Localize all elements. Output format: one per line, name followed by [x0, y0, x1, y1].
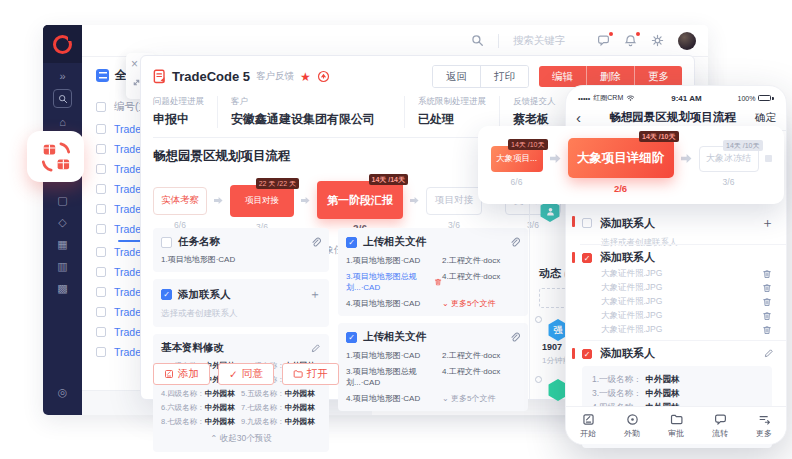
sidebar-search-icon[interactable] [53, 89, 72, 108]
search-icon[interactable] [471, 34, 484, 47]
stage[interactable]: 14天 /10天大象项目... 6/6 [491, 146, 543, 187]
basic-info-card: 基本资料修改 1.一级名称：中外园林 2.二级名称：中外园林 3.一级名称：中外… [153, 334, 329, 452]
agree-button[interactable]: ✓ 同意 [218, 363, 274, 385]
notifications-bell-icon[interactable] [624, 34, 637, 47]
delete-file-icon[interactable] [762, 269, 772, 279]
sidebar-funnel-icon[interactable]: ◇ [43, 215, 82, 229]
print-button[interactable]: 打印 [480, 66, 528, 87]
phone-toolbar: 开始 外勤 审批 流转 更多 [566, 406, 786, 444]
file-row: 大象证件照.JPG [601, 282, 772, 294]
delete-file-icon[interactable] [762, 297, 772, 307]
stage-current[interactable]: 14天 /14天第一阶段汇报 3/6 [317, 181, 403, 235]
phone-page-title: 畅想园景区规划项目流程 [590, 110, 755, 125]
section-checkbox[interactable] [582, 253, 592, 263]
signal-dots: ••••• [578, 95, 590, 102]
top-bar: 搜索关键字 [82, 25, 708, 57]
select-all-checkbox[interactable] [96, 102, 106, 112]
row-checkbox[interactable] [96, 204, 106, 214]
plus-icon[interactable]: ＋ [309, 286, 321, 303]
row-checkbox[interactable] [96, 124, 106, 134]
delete-file-icon[interactable] [762, 311, 772, 321]
open-button[interactable]: 打开 [282, 363, 339, 385]
row-checkbox[interactable] [96, 327, 106, 337]
edit-pencil-icon[interactable] [763, 348, 774, 359]
sidebar-calendar-icon[interactable]: ▦ [43, 237, 82, 251]
row-checkbox[interactable] [96, 144, 106, 154]
user-avatar[interactable] [678, 32, 696, 50]
toolbar-field-work[interactable]: 外勤 [610, 407, 654, 444]
more-button[interactable]: 更多 [634, 66, 682, 87]
row-checkbox[interactable] [96, 267, 106, 277]
toolbar-flow[interactable]: 流转 [698, 407, 742, 444]
sidebar-company-icon[interactable]: ⌂ [43, 115, 82, 129]
wifi-icon [626, 94, 635, 102]
messages-badge-dot [609, 32, 613, 36]
task-name-card: 任务名称 1.项目地地形图·CAD [153, 228, 329, 272]
customers-module-icon [96, 69, 109, 82]
field: 问题处理进展申报中 [153, 96, 218, 128]
upload-checkbox[interactable] [346, 332, 357, 343]
stage[interactable]: 项目对接 3/6 [426, 187, 482, 230]
sidebar-product-icon[interactable]: ▢ [43, 193, 82, 207]
clock-label: 9:41 AM [671, 94, 701, 103]
file-item-link[interactable]: 3.项目地地形图总规划...·CAD [346, 271, 442, 293]
toolbar-approval[interactable]: 审批 [654, 407, 698, 444]
attachment-icon[interactable] [509, 237, 520, 248]
row-checkbox[interactable] [96, 247, 106, 257]
row-checkbox[interactable] [96, 184, 106, 194]
section-checkbox[interactable] [582, 349, 592, 359]
field: 客户安徽鑫通建设集团有限公司 [231, 96, 405, 128]
sidebar-help-icon[interactable]: ◎ [43, 385, 82, 399]
row-checkbox[interactable] [96, 307, 106, 317]
close-icon[interactable]: × [131, 58, 138, 70]
search-input[interactable]: 搜索关键字 [513, 34, 583, 48]
pin-icon[interactable] [317, 70, 330, 83]
stage[interactable]: 14天 /10天大象冰冻结 3/6 [699, 146, 759, 187]
section-title: 添加联系人 [600, 346, 655, 361]
delete-file-icon[interactable] [434, 277, 442, 287]
attachment-icon[interactable] [509, 332, 520, 343]
record-title: TradeCode 5 [172, 69, 250, 84]
row-checkbox[interactable] [96, 287, 106, 297]
toolbar-start[interactable]: 开始 [566, 407, 610, 444]
app-logo[interactable] [43, 25, 82, 63]
attachment-icon[interactable] [310, 237, 321, 248]
edit-pencil-icon[interactable] [310, 343, 321, 354]
back-chevron-icon[interactable]: ‹ [576, 110, 590, 125]
messages-icon[interactable] [597, 34, 610, 47]
sidebar-docs-icon[interactable]: ▥ [43, 259, 82, 273]
stage[interactable]: 22 天 /22 天项目对接 3/6 [230, 185, 294, 232]
divider [580, 340, 786, 341]
settings-gear-icon[interactable] [651, 34, 664, 47]
upload-checkbox[interactable] [346, 237, 357, 248]
collapse-sidebar-icon[interactable]: » [43, 69, 82, 83]
toolbar-more[interactable]: 更多 [742, 407, 786, 444]
row-checkbox[interactable] [96, 347, 106, 357]
card-title: 任务名称 [178, 235, 220, 249]
confirm-button[interactable]: 确定 [755, 111, 776, 125]
contact-checkbox[interactable] [161, 289, 172, 300]
more-files-link[interactable]: ⌄ 更多5个文件 [442, 393, 520, 404]
section-checkbox[interactable] [582, 218, 592, 228]
file-item: 1.项目地地形图·CAD [346, 350, 442, 361]
plus-icon[interactable]: ＋ [761, 214, 774, 232]
stage[interactable]: 实体考察 6/6 [153, 187, 207, 230]
delete-button[interactable]: 删除 [586, 66, 634, 87]
sidebar-team-icon[interactable]: ▩ [43, 281, 82, 295]
stage-current[interactable]: 14天 /10天大象项目详细阶 2/6 [568, 138, 674, 194]
collapse-presets-link[interactable]: ⌃ 收起30个预设 [161, 433, 321, 445]
edit-button[interactable]: 编辑 [539, 66, 586, 87]
add-button[interactable]: 添加 [153, 363, 210, 385]
field: 反馈提交人蔡老板 [513, 96, 570, 128]
row-checkbox[interactable] [96, 164, 106, 174]
row-checkbox[interactable] [96, 224, 106, 234]
favorite-star-icon[interactable]: ★ [300, 71, 311, 83]
delete-file-icon[interactable] [762, 283, 772, 293]
task-checkbox[interactable] [161, 237, 172, 248]
arrow-right-icon [550, 153, 561, 164]
delete-file-icon[interactable] [762, 325, 772, 335]
sync-products-badge-icon[interactable] [27, 131, 84, 182]
task-cards: 任务名称 1.项目地地形图·CAD 添加联系人 ＋ 选择或者创建联系人 [153, 228, 528, 459]
back-button[interactable]: 返回 [433, 66, 480, 87]
more-files-link[interactable]: ⌄ 更多5个文件 [442, 298, 520, 309]
